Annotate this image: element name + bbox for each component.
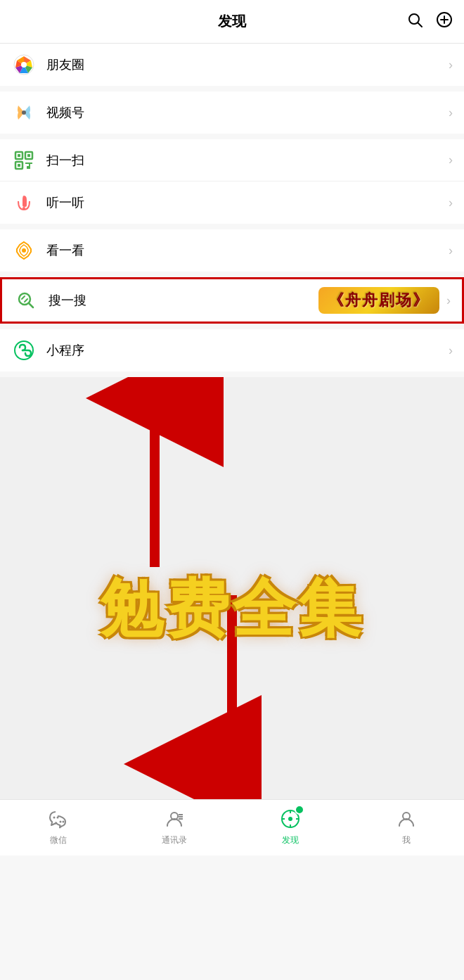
menu-item-search-item[interactable]: 搜一搜 《舟舟剧场》 ›: [2, 279, 462, 322]
svg-point-6: [21, 62, 27, 68]
moments-icon: [13, 53, 35, 76]
svg-rect-12: [27, 154, 30, 157]
moments-chevron: ›: [449, 58, 453, 72]
search-bubble: 《舟舟剧场》: [318, 287, 439, 314]
svg-point-31: [62, 821, 64, 823]
menu-item-moments[interactable]: 朋友圈 ›: [0, 44, 464, 86]
profile-icon-wrap: [397, 809, 416, 832]
look-chevron: ›: [449, 243, 453, 258]
mini-icon: [13, 339, 35, 362]
listen-label: 听一听: [46, 194, 449, 211]
menu-item-listen[interactable]: 听一听 ›: [0, 182, 464, 224]
video-label: 视频号: [46, 104, 449, 121]
mini-label: 小程序: [46, 342, 449, 359]
contacts-icon-wrap: [165, 809, 184, 832]
search-item-chevron: ›: [446, 293, 451, 308]
listen-icon-wrap: [11, 190, 37, 215]
look-icon: [13, 239, 35, 262]
svg-point-7: [22, 110, 26, 115]
menu-item-scan[interactable]: 扫一扫 ›: [0, 139, 464, 182]
bottom-nav: 微信 通讯录 发现: [0, 799, 464, 855]
weixin-label: 微信: [50, 834, 67, 846]
annotation-area: 勉费全集: [0, 377, 464, 799]
video-icon: [13, 101, 35, 124]
chat-icon: [49, 809, 68, 829]
menu-item-mini[interactable]: 小程序 ›: [0, 329, 464, 371]
nav-actions: [406, 11, 453, 32]
search-item-icon: [15, 289, 37, 312]
profile-icon: [397, 809, 416, 829]
me-label: 我: [402, 834, 411, 846]
contacts-icon: [165, 809, 184, 829]
menu-group-scan-listen: 扫一扫 › 听一听 ›: [0, 139, 464, 224]
svg-point-37: [288, 817, 292, 821]
menu-group-mini: 小程序 ›: [0, 329, 464, 371]
search-item-icon-wrap: [13, 288, 39, 313]
bottom-nav-discover[interactable]: 发现: [232, 809, 348, 846]
mini-icon-wrap: [11, 338, 37, 363]
look-label: 看一看: [46, 242, 449, 259]
annotation-big-text: 勉费全集: [100, 566, 364, 652]
scan-label: 扫一扫: [46, 152, 449, 169]
chat-icon-wrap: [49, 809, 68, 832]
svg-rect-13: [18, 164, 20, 167]
svg-line-22: [29, 303, 33, 307]
look-icon-wrap: [11, 238, 37, 263]
svg-point-29: [56, 817, 58, 819]
bottom-nav-contacts[interactable]: 通讯录: [116, 809, 232, 846]
nav-bar: 发现: [0, 0, 464, 44]
search-bubble-text: 《舟舟剧场》: [328, 291, 430, 309]
svg-rect-16: [27, 166, 30, 169]
video-chevron: ›: [449, 106, 453, 120]
menu-item-video[interactable]: 视频号 ›: [0, 91, 464, 134]
scan-icon: [13, 149, 35, 172]
bottom-nav-me[interactable]: 我: [348, 809, 464, 846]
menu-group-moments: 朋友圈 ›: [0, 44, 464, 86]
discover-icon-wrap: [281, 809, 300, 832]
add-icon[interactable]: [436, 11, 453, 32]
svg-point-20: [22, 248, 26, 253]
moments-label: 朋友圈: [46, 56, 449, 73]
svg-point-28: [53, 817, 55, 819]
moments-icon-wrap: [11, 52, 37, 77]
listen-chevron: ›: [449, 196, 453, 210]
search-item-label: 搜一搜: [49, 292, 311, 309]
bottom-nav-weixin[interactable]: 微信: [0, 809, 116, 846]
listen-icon: [13, 191, 35, 214]
discover-badge: [295, 805, 304, 815]
scan-chevron: ›: [449, 153, 453, 167]
svg-point-30: [59, 821, 61, 823]
mini-chevron: ›: [449, 343, 453, 358]
discover-label: 发现: [282, 834, 299, 846]
search-icon[interactable]: [406, 11, 423, 32]
menu-group-video: 视频号 ›: [0, 91, 464, 134]
scan-icon-wrap: [11, 148, 37, 173]
menu-group-search-item: 搜一搜 《舟舟剧场》 ›: [0, 277, 464, 324]
svg-line-1: [418, 23, 423, 27]
menu-item-look[interactable]: 看一看 ›: [0, 229, 464, 272]
svg-rect-11: [18, 154, 20, 157]
menu-group-look: 看一看 ›: [0, 229, 464, 272]
video-icon-wrap: [11, 100, 37, 125]
page-title: 发现: [218, 12, 246, 31]
contacts-label: 通讯录: [162, 834, 187, 846]
